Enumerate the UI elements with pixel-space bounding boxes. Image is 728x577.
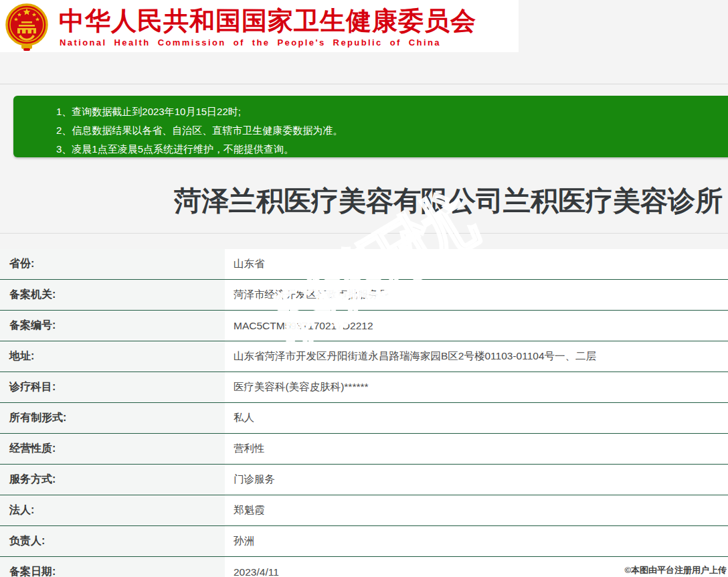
field-label: 所有制形式: bbox=[0, 403, 225, 433]
field-label: 负责人: bbox=[0, 526, 225, 556]
table-row-filing-authority: 备案机关: 菏泽市经济开发区行政审批服务局 bbox=[0, 280, 728, 311]
site-header: 中华人民共和国国家卫生健康委员会 National Health Commiss… bbox=[0, 0, 519, 52]
page: 中华人民共和国国家卫生健康委员会 National Health Commiss… bbox=[0, 0, 728, 577]
field-label: 诊疗科目: bbox=[0, 372, 225, 402]
table-row-filing-date: 备案日期: 2023/4/11 bbox=[0, 557, 728, 577]
field-label: 备案日期: bbox=[0, 557, 225, 577]
notice-banner: 1、查询数据截止到2023年10月15日22时; 2、信息数据结果以各省、自治区… bbox=[13, 96, 728, 157]
field-label: 地址: bbox=[0, 341, 225, 372]
table-row-province: 省份: 山东省 bbox=[0, 249, 728, 280]
table-row-clinical-departments: 诊疗科目: 医疗美容科(美容皮肤科)****** bbox=[0, 372, 728, 403]
notice-line-3: 3、凌晨1点至凌晨5点系统进行维护，不能提供查询。 bbox=[13, 140, 728, 159]
field-label: 经营性质: bbox=[0, 434, 225, 464]
record-title: 菏泽兰积医疗美容有限公司兰积医疗美容诊所 bbox=[0, 182, 728, 220]
table-row-person-in-charge: 负责人: 孙洲 bbox=[0, 526, 728, 557]
agency-title-en: National Health Commission of the People… bbox=[60, 37, 515, 48]
table-row-ownership-type: 所有制形式: 私人 bbox=[0, 403, 728, 434]
field-label: 服务方式: bbox=[0, 465, 225, 495]
table-row-address: 地址: 山东省菏泽市开发区丹阳街道永昌路瑞海家园B区2号楼01103-01104… bbox=[0, 341, 728, 372]
notice-line-2: 2、信息数据结果以各省、自治区、直辖市卫生健康委数据为准。 bbox=[13, 121, 728, 140]
field-label: 法人: bbox=[0, 495, 225, 525]
table-row-filing-number: 备案编号: MAC5CTM5937170217D2212 bbox=[0, 311, 728, 341]
field-label: 备案编号: bbox=[0, 311, 225, 341]
title-divider bbox=[0, 233, 728, 234]
field-value: 郑魁霞 bbox=[225, 495, 728, 525]
copyright-note: ©本图由平台注册用户上传 bbox=[624, 564, 727, 576]
field-value: 山东省 bbox=[225, 249, 728, 279]
notice-line-1: 1、查询数据截止到2023年10月15日22时; bbox=[13, 96, 728, 121]
field-value: 孙洲 bbox=[225, 526, 728, 556]
field-value: 医疗美容科(美容皮肤科)****** bbox=[225, 372, 728, 402]
field-value: 门诊服务 bbox=[225, 465, 728, 495]
table-row-legal-person: 法人: 郑魁霞 bbox=[0, 495, 728, 526]
header-divider bbox=[0, 84, 728, 84]
agency-title-cn: 中华人民共和国国家卫生健康委员会 bbox=[59, 5, 514, 36]
table-row-business-nature: 经营性质: 营利性 bbox=[0, 434, 728, 465]
field-value: 山东省菏泽市开发区丹阳街道永昌路瑞海家园B区2号楼01103-01104号一、二… bbox=[225, 341, 728, 372]
field-label: 省份: bbox=[0, 249, 225, 279]
record-table: 省份: 山东省 备案机关: 菏泽市经济开发区行政审批服务局 备案编号: MAC5… bbox=[0, 249, 728, 577]
field-value: 菏泽市经济开发区行政审批服务局 bbox=[225, 280, 728, 310]
prc-national-emblem-icon bbox=[5, 3, 48, 51]
table-row-service-mode: 服务方式: 门诊服务 bbox=[0, 465, 728, 495]
field-value: 私人 bbox=[225, 403, 728, 433]
field-value: MAC5CTM5937170217D2212 bbox=[225, 311, 728, 341]
field-value: 营利性 bbox=[225, 434, 728, 464]
field-label: 备案机关: bbox=[0, 280, 225, 310]
